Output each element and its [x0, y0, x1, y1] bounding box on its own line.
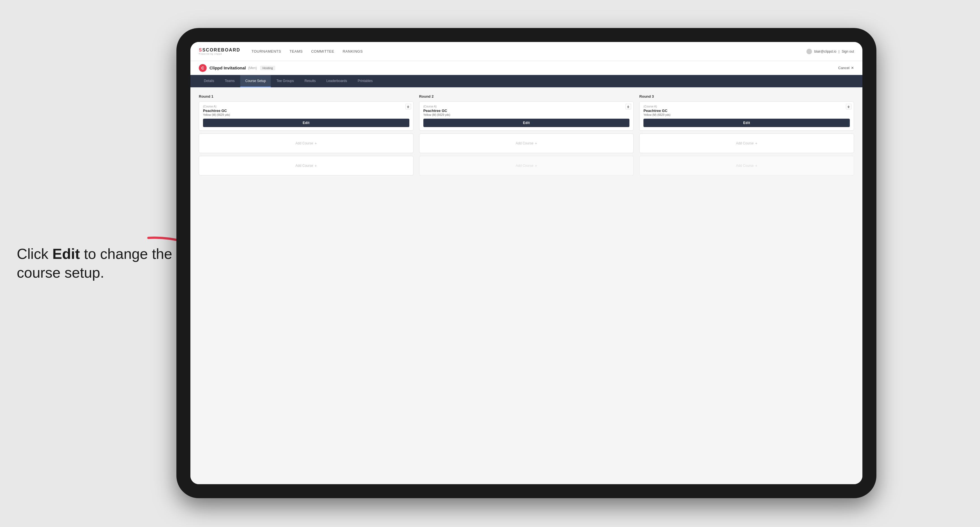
delete-course-r1[interactable]: 🗑	[406, 104, 411, 110]
course-name-r3: Peachtree GC	[643, 109, 850, 113]
add-course-text-r3-1: Add Course +	[736, 141, 757, 146]
logo-sub: Powered by clippd	[199, 52, 240, 55]
cancel-button[interactable]: Cancel ✕	[838, 66, 854, 70]
main-content: Round 1 🗑 (Course A) Peachtree GC Yellow…	[190, 87, 862, 484]
add-course-text-r1-1: Add Course +	[295, 141, 317, 146]
instruction-prefix: Click	[17, 246, 52, 262]
instruction-text: Click Edit to change the course setup.	[17, 244, 179, 283]
course-card-r2: 🗑 (Course A) Peachtree GC Yellow (M) (66…	[419, 101, 634, 131]
add-course-text-r2-2: Add Course +	[516, 163, 537, 168]
tablet-frame: S SCOREBOARD Powered by clippd TOURNAMEN…	[177, 28, 877, 498]
course-card-r3: 🗑 (Course A) Peachtree GC Yellow (M) (66…	[639, 101, 854, 131]
course-name-r2: Peachtree GC	[423, 109, 630, 113]
round-3-label: Round 3	[639, 94, 854, 98]
tabs-bar: Details Teams Course Setup Tee Groups Re…	[190, 75, 862, 87]
round-1-label: Round 1	[199, 94, 414, 98]
tab-course-setup[interactable]: Course Setup	[240, 75, 271, 87]
add-course-r3-slot2: Add Course +	[639, 156, 854, 176]
plus-icon-r3-2: +	[755, 163, 757, 168]
add-course-r3-slot1[interactable]: Add Course +	[639, 133, 854, 153]
add-course-r2-slot2: Add Course +	[419, 156, 634, 176]
delete-course-r3[interactable]: 🗑	[846, 104, 851, 110]
course-details-r1: Yellow (M) (6629 yds)	[203, 113, 409, 116]
card-actions-r1: 🗑	[406, 104, 411, 110]
logo-area: S SCOREBOARD Powered by clippd	[199, 48, 240, 55]
tab-printables[interactable]: Printables	[353, 75, 378, 87]
sub-header: C Clippd Invitational (Men) Hosting Canc…	[190, 61, 862, 75]
round-3-column: Round 3 🗑 (Course A) Peachtree GC Yellow…	[639, 94, 854, 178]
tablet-screen: S SCOREBOARD Powered by clippd TOURNAMEN…	[190, 42, 862, 484]
tab-teams[interactable]: Teams	[220, 75, 240, 87]
card-actions-r3: 🗑	[846, 104, 851, 110]
course-card-r1: 🗑 (Course A) Peachtree GC Yellow (M) (66…	[199, 101, 414, 131]
add-course-text-r2-1: Add Course +	[516, 141, 537, 146]
plus-icon-r3-1: +	[755, 141, 757, 146]
add-course-r2-slot1[interactable]: Add Course +	[419, 133, 634, 153]
card-actions-r2: 🗑	[625, 104, 631, 110]
tab-leaderboards[interactable]: Leaderboards	[321, 75, 352, 87]
add-course-text-r3-2: Add Course +	[736, 163, 757, 168]
course-tag-r3: (Course A)	[643, 105, 850, 108]
plus-icon: +	[315, 141, 317, 146]
logo-text: SCOREBOARD	[202, 48, 240, 52]
close-icon: ✕	[851, 66, 854, 70]
plus-icon-r2-1: +	[535, 141, 537, 146]
nav-user: blair@clippd.io | Sign out	[807, 49, 854, 54]
plus-icon-r2-2: +	[535, 163, 537, 168]
nav-rankings[interactable]: RANKINGS	[343, 48, 363, 55]
hosting-badge: Hosting	[260, 66, 275, 70]
plus-icon-2: +	[315, 163, 317, 168]
add-course-text-r1-2: Add Course +	[295, 163, 317, 168]
round-1-column: Round 1 🗑 (Course A) Peachtree GC Yellow…	[199, 94, 414, 178]
nav-tournaments[interactable]: TOURNAMENTS	[251, 48, 281, 55]
edit-course-r2[interactable]: Edit	[423, 119, 630, 127]
course-details-r3: Yellow (M) (6629 yds)	[643, 113, 850, 116]
user-avatar	[807, 49, 812, 54]
course-details-r2: Yellow (M) (6629 yds)	[423, 113, 630, 116]
course-tag-r1: (Course A)	[203, 105, 409, 108]
tournament-name: Clippd Invitational	[210, 65, 246, 70]
add-course-r1-slot2[interactable]: Add Course +	[199, 156, 414, 176]
edit-course-r3[interactable]: Edit	[643, 119, 850, 127]
separator: |	[838, 49, 840, 54]
nav-committee[interactable]: COMMITTEE	[311, 48, 334, 55]
round-2-column: Round 2 🗑 (Course A) Peachtree GC Yellow…	[419, 94, 634, 178]
tab-details[interactable]: Details	[199, 75, 219, 87]
add-course-r1-slot1[interactable]: Add Course +	[199, 133, 414, 153]
course-name-r1: Peachtree GC	[203, 109, 409, 113]
tab-results[interactable]: Results	[299, 75, 321, 87]
round-2-label: Round 2	[419, 94, 634, 98]
tournament-gender: (Men)	[248, 66, 257, 70]
user-email: blair@clippd.io	[814, 49, 836, 54]
nav-teams[interactable]: TEAMS	[290, 48, 303, 55]
tab-tee-groups[interactable]: Tee Groups	[271, 75, 299, 87]
top-navbar: S SCOREBOARD Powered by clippd TOURNAMEN…	[190, 42, 862, 61]
course-tag-r2: (Course A)	[423, 105, 630, 108]
rounds-grid: Round 1 🗑 (Course A) Peachtree GC Yellow…	[199, 94, 854, 178]
sign-out-link[interactable]: Sign out	[842, 49, 854, 54]
nav-links: TOURNAMENTS TEAMS COMMITTEE RANKINGS	[251, 48, 807, 55]
edit-course-r1[interactable]: Edit	[203, 119, 409, 127]
tournament-logo: C	[199, 64, 207, 72]
delete-course-r2[interactable]: 🗑	[625, 104, 631, 110]
instruction-bold: Edit	[52, 246, 80, 262]
